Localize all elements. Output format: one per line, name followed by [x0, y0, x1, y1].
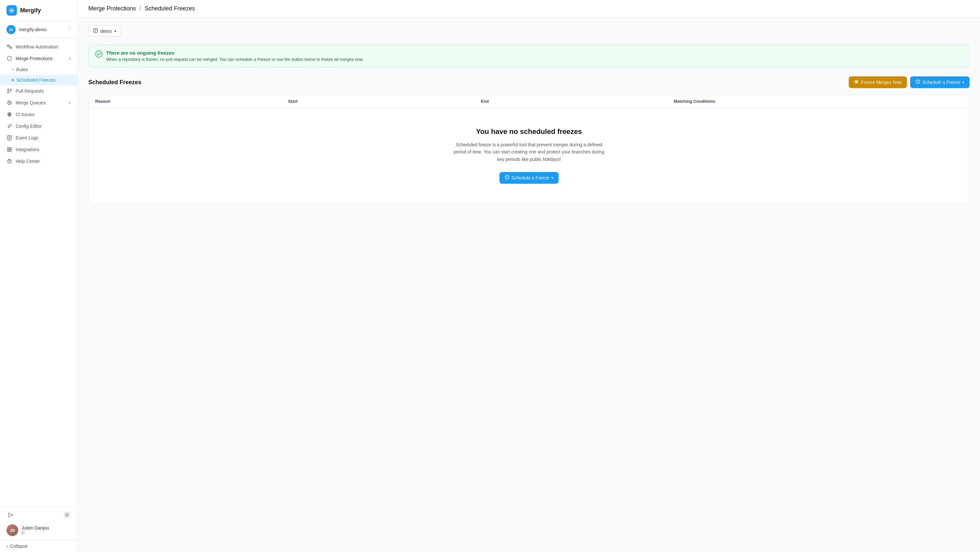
- empty-title: You have no scheduled freezes: [476, 128, 582, 136]
- breadcrumb: Merge Protections / Scheduled Freezes: [88, 5, 970, 12]
- alert-check-icon: [95, 50, 102, 59]
- col-header-reason: Reason: [95, 99, 288, 104]
- main-content: Merge Protections / Scheduled Freezes de…: [78, 0, 980, 552]
- sidebar-subitem-scheduled-freezes[interactable]: Scheduled Freezes: [0, 75, 78, 85]
- section-title: Scheduled Freezes: [88, 79, 142, 86]
- action-buttons: Freeze Merges Now Schedule a Freeze ▾: [849, 77, 970, 88]
- user-info: Julien Danjou jd: [21, 525, 49, 535]
- sidebar-item-label-merge-queues: Merge Queues: [16, 100, 65, 105]
- schedule-empty-chevron-icon: ▾: [551, 176, 554, 180]
- sidebar-item-label-workflow: Workflow Automation: [16, 44, 71, 49]
- sidebar-item-label-config-editor: Config Editor: [16, 123, 71, 129]
- config-editor-icon: [6, 123, 12, 129]
- freeze-merges-now-label: Freeze Merges Now: [861, 80, 902, 85]
- svg-point-19: [856, 81, 857, 83]
- col-header-matching-conditions: Matching Conditions: [674, 99, 963, 104]
- sidebar-subitem-label-scheduled-freezes: Scheduled Freezes: [16, 77, 56, 83]
- svg-point-16: [66, 514, 68, 516]
- schedule-freeze-empty-label: Schedule a Freeze: [511, 175, 550, 180]
- schedule-freeze-empty-button[interactable]: Schedule a Freeze ▾: [500, 172, 559, 183]
- svg-rect-10: [8, 148, 9, 149]
- collapse-arrow-icon: ‹: [6, 544, 8, 549]
- svg-point-15: [9, 162, 10, 163]
- sidebar: m Mergify m mergify-demo ⌃ Workflow Auto…: [0, 0, 78, 552]
- collapse-button[interactable]: ‹ Collapse: [0, 540, 78, 552]
- account-chevron-icon: ⌃: [68, 27, 71, 32]
- svg-rect-13: [10, 150, 11, 152]
- sidebar-item-pull-requests[interactable]: Pull Requests: [0, 85, 78, 97]
- ci-issues-icon: [6, 112, 12, 117]
- schedule-icon: [915, 79, 920, 85]
- sidebar-item-label-ci-issues: CI Issues: [16, 112, 71, 117]
- collapse-label: Collapse: [10, 544, 28, 549]
- alert-description: When a repository is frozen, no pull req…: [106, 57, 364, 62]
- help-center-icon: [6, 158, 12, 164]
- alert-content: There are no ongoing freezes When a repo…: [106, 50, 364, 62]
- repo-icon: [93, 28, 98, 34]
- alert-banner: There are no ongoing freezes When a repo…: [88, 45, 970, 67]
- sidebar-user: JD Julien Danjou jd: [6, 524, 71, 536]
- empty-state: You have no scheduled freezes Scheduled …: [89, 108, 969, 203]
- settings-icon[interactable]: [63, 511, 71, 520]
- schedule-freeze-chevron-icon: ▾: [963, 80, 964, 85]
- integrations-icon: [6, 147, 12, 153]
- breadcrumb-current: Scheduled Freezes: [145, 5, 195, 12]
- svg-point-18: [95, 51, 102, 57]
- account-selector[interactable]: m mergify-demo ⌃: [0, 21, 78, 38]
- logout-icon[interactable]: [6, 511, 15, 520]
- sidebar-item-event-logs[interactable]: Event Logs: [0, 132, 78, 144]
- sidebar-subitem-rules[interactable]: Rules: [0, 64, 78, 75]
- schedule-freeze-button[interactable]: Schedule a Freeze ▾: [910, 77, 970, 88]
- svg-text:m: m: [10, 8, 13, 12]
- empty-description: Scheduled freeze is a powerful tool that…: [451, 141, 607, 163]
- snowflake-icon: [854, 79, 859, 85]
- scheduled-freezes-table: Reason Start End Matching Conditions You…: [88, 94, 970, 204]
- account-avatar: m: [6, 25, 16, 34]
- merge-queues-chevron-icon: ∨: [68, 101, 71, 105]
- sidebar-item-label-help-center: Help Center: [16, 159, 71, 164]
- svg-point-6: [10, 89, 11, 90]
- breadcrumb-parent: Merge Protections: [88, 5, 136, 12]
- sidebar-item-workflow-automation[interactable]: Workflow Automation: [0, 41, 78, 53]
- user-full-name: Julien Danjou: [21, 525, 49, 531]
- repo-selector[interactable]: demo ▾: [88, 26, 121, 37]
- freeze-merges-now-button[interactable]: Freeze Merges Now: [849, 77, 907, 88]
- sidebar-bottom: JD Julien Danjou jd: [0, 506, 78, 540]
- page-body: demo ▾ There are no ongoing freezes When…: [78, 18, 980, 211]
- logo-icon: m: [6, 5, 17, 16]
- sidebar-item-label-integrations: Integrations: [16, 147, 71, 152]
- col-header-start: Start: [288, 99, 480, 104]
- svg-point-8: [9, 102, 10, 104]
- col-header-end: End: [481, 99, 674, 104]
- repo-name: demo: [100, 29, 112, 34]
- event-logs-icon: [6, 135, 12, 141]
- svg-rect-12: [8, 150, 9, 152]
- table-header: Reason Start End Matching Conditions: [89, 95, 969, 108]
- svg-rect-2: [7, 45, 9, 46]
- svg-rect-11: [10, 148, 11, 149]
- sidebar-item-label-event-logs: Event Logs: [16, 135, 71, 140]
- logo-text: Mergify: [20, 7, 41, 14]
- sidebar-item-merge-queues[interactable]: Merge Queues ∨: [0, 97, 78, 108]
- sidebar-item-integrations[interactable]: Integrations: [0, 144, 78, 155]
- scheduled-freezes-dot-icon: [12, 79, 14, 81]
- sidebar-item-ci-issues[interactable]: CI Issues: [0, 108, 78, 120]
- sidebar-item-config-editor[interactable]: Config Editor: [0, 120, 78, 132]
- user-avatar: JD: [6, 524, 18, 536]
- sidebar-item-label-pull-requests: Pull Requests: [16, 88, 71, 94]
- logo-area: m Mergify: [0, 0, 78, 21]
- svg-rect-3: [10, 47, 12, 48]
- sidebar-item-merge-protections[interactable]: Merge Protections ∧: [0, 53, 78, 64]
- repo-chevron-icon: ▾: [115, 29, 116, 34]
- sidebar-subitem-label-rules: Rules: [16, 67, 28, 72]
- svg-point-7: [8, 101, 11, 105]
- workflow-automation-icon: [6, 44, 12, 50]
- pull-requests-icon: [6, 88, 12, 94]
- sidebar-item-help-center[interactable]: Help Center: [0, 155, 78, 167]
- rules-dot-icon: [12, 69, 14, 70]
- merge-queues-icon: [6, 100, 12, 106]
- schedule-freeze-label: Schedule a Freeze: [922, 80, 961, 85]
- schedule-empty-icon: [504, 175, 509, 181]
- svg-point-5: [8, 92, 9, 93]
- merge-protections-icon: [6, 56, 12, 61]
